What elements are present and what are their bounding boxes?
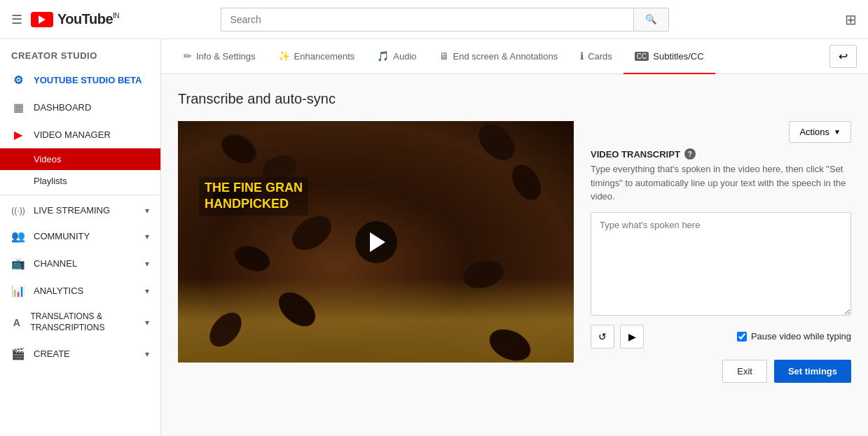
youtube-wordmark: YouTubeIN	[57, 11, 119, 27]
chevron-down-icon: ▾	[145, 349, 149, 359]
transcript-actions: Exit Set timings	[591, 360, 851, 383]
video-manager-icon: ▶	[11, 128, 25, 141]
video-section: THE FINE GRAN HANDPICKED	[178, 121, 574, 383]
sidebar-item-playlists[interactable]: Playlists	[0, 170, 160, 192]
video-overlay-text: THE FINE GRAN HANDPICKED	[199, 177, 308, 216]
set-timings-button[interactable]: Set timings	[774, 360, 851, 383]
create-icon: 🎬	[11, 347, 25, 360]
back-button[interactable]: ↩	[829, 45, 857, 68]
main-layout: CREATOR STUDIO ⚙ YOUTUBE STUDIO BETA ▦ D…	[0, 39, 868, 436]
tab-end-screen[interactable]: 🖥 End screen & Annotations	[428, 39, 570, 74]
youtube-logo: YouTubeIN	[31, 11, 119, 27]
tab-subtitles[interactable]: CC Subtitles/CC	[624, 40, 715, 74]
sidebar-item-translations[interactable]: A TRANSLATIONS & TRANSCRIPTIONS ▾	[0, 304, 160, 340]
play-button[interactable]	[355, 221, 397, 263]
tab-cards[interactable]: ℹ Cards	[569, 39, 624, 74]
sidebar-item-videos[interactable]: Videos	[0, 148, 160, 170]
settings-icon: ⚙	[11, 73, 25, 87]
topbar: ☰ YouTubeIN 🔍 ⊞	[0, 0, 868, 39]
search-button[interactable]: 🔍	[633, 8, 669, 31]
exit-button[interactable]: Exit	[722, 360, 767, 383]
loop-button[interactable]: ↺	[591, 325, 614, 349]
video-player[interactable]: THE FINE GRAN HANDPICKED	[178, 121, 574, 363]
chevron-down-icon: ▾	[145, 232, 149, 241]
info-icon[interactable]: ?	[684, 148, 696, 160]
enhancements-icon: ✨	[278, 50, 290, 62]
sidebar: CREATOR STUDIO ⚙ YOUTUBE STUDIO BETA ▦ D…	[0, 39, 161, 436]
tabs-bar: ✏ Info & Settings ✨ Enhancements 🎵 Audio…	[161, 39, 868, 74]
add-video-icon[interactable]: ⊞	[845, 11, 857, 28]
subtitles-icon: CC	[635, 52, 649, 61]
chevron-down-icon: ▾	[145, 206, 149, 216]
sidebar-item-video-manager[interactable]: ▶ VIDEO MANAGER	[0, 121, 160, 148]
transcript-section: Actions VIDEO TRANSCRIPT ? Type everythi…	[591, 121, 851, 383]
chevron-down-icon: ▾	[145, 318, 149, 328]
live-streaming-icon: ((·))	[11, 206, 25, 216]
community-icon: 👥	[11, 230, 25, 243]
youtube-logo-icon	[31, 12, 53, 27]
search-bar: 🔍	[221, 8, 669, 31]
pause-video-checkbox[interactable]	[737, 332, 747, 342]
menu-icon[interactable]: ☰	[11, 12, 22, 27]
audio-icon: 🎵	[377, 50, 389, 62]
sidebar-item-dashboard[interactable]: ▦ DASHBOARD	[0, 94, 160, 121]
sidebar-item-create[interactable]: 🎬 CREATE ▾	[0, 340, 160, 367]
transcript-textarea[interactable]	[591, 212, 851, 316]
search-input[interactable]	[221, 8, 633, 31]
sidebar-divider	[0, 195, 160, 195]
dashboard-icon: ▦	[11, 101, 25, 114]
sidebar-item-community[interactable]: 👥 COMMUNITY ▾	[0, 223, 160, 250]
channel-icon: 📺	[11, 257, 25, 270]
pencil-icon: ✏	[184, 50, 192, 62]
analytics-icon: 📊	[11, 284, 25, 297]
translations-icon: A	[11, 317, 22, 328]
sidebar-item-analytics[interactable]: 📊 ANALYTICS ▾	[0, 277, 160, 304]
transcript-description: Type everything that's spoken in the vid…	[591, 162, 851, 204]
sidebar-item-live-streaming[interactable]: ((·)) LIVE STREAMING ▾	[0, 198, 160, 223]
chevron-down-icon: ▾	[145, 286, 149, 296]
topbar-right: ⊞	[845, 11, 857, 28]
end-screen-icon: 🖥	[439, 50, 449, 62]
sidebar-header: CREATOR STUDIO	[0, 39, 160, 66]
play-control-button[interactable]: ▶	[620, 325, 644, 349]
page-title: Transcribe and auto-sync	[178, 91, 851, 107]
tab-enhancements[interactable]: ✨ Enhancements	[267, 39, 366, 74]
chevron-down-icon: ▾	[145, 259, 149, 269]
sidebar-item-channel[interactable]: 📺 CHANNEL ▾	[0, 250, 160, 277]
content-area: ✏ Info & Settings ✨ Enhancements 🎵 Audio…	[161, 39, 868, 436]
transcript-controls: ↺ ▶ Pause video while typing	[591, 325, 851, 349]
transcript-label: VIDEO TRANSCRIPT ?	[591, 148, 851, 160]
cards-icon: ℹ	[580, 50, 584, 62]
pause-video-label[interactable]: Pause video while typing	[737, 331, 851, 342]
sidebar-item-youtube-studio-beta[interactable]: ⚙ YOUTUBE STUDIO BETA	[0, 66, 160, 94]
video-transcript-layout: THE FINE GRAN HANDPICKED Actions	[178, 121, 851, 383]
tab-audio[interactable]: 🎵 Audio	[366, 39, 427, 74]
page-content: Transcribe and auto-sync	[161, 74, 868, 436]
tab-info-settings[interactable]: ✏ Info & Settings	[172, 39, 267, 74]
actions-button[interactable]: Actions	[789, 121, 851, 143]
